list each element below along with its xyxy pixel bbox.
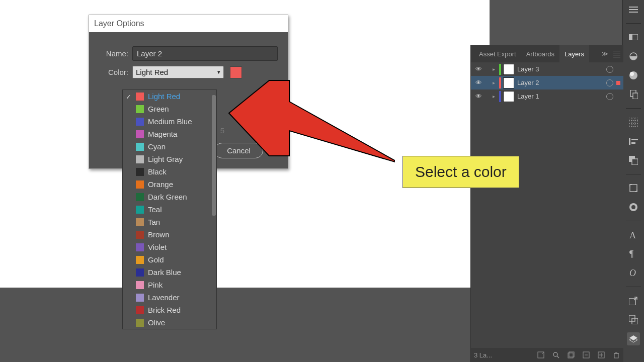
svg-text:A: A <box>629 230 636 239</box>
collapse-icon[interactable]: ≫ <box>602 50 608 57</box>
color-swatch-icon <box>136 294 144 302</box>
svg-rect-15 <box>629 138 630 145</box>
panel-menu-icon[interactable] <box>613 49 620 59</box>
svg-rect-41 <box>614 353 618 358</box>
color-swatch-icon <box>136 268 144 277</box>
name-input[interactable] <box>132 46 278 61</box>
dropdown-scrollbar[interactable] <box>211 90 216 329</box>
tab-asset-export[interactable]: Asset Export <box>474 45 521 62</box>
expand-icon[interactable]: ▸ <box>490 80 497 85</box>
color-option-medium-blue[interactable]: Medium Blue <box>123 115 216 128</box>
target-icon[interactable] <box>606 93 613 100</box>
color-swatch-icon <box>136 105 144 113</box>
color-swatch-icon <box>136 93 144 101</box>
color-option-dark-blue[interactable]: Dark Blue <box>123 266 216 279</box>
expand-icon[interactable]: ▸ <box>490 66 497 72</box>
layer-row[interactable]: 👁▸Layer 1 <box>471 89 623 103</box>
menu-icon[interactable] <box>627 3 640 16</box>
visibility-icon[interactable]: 👁 <box>474 79 483 86</box>
color-swatch-icon <box>136 206 144 214</box>
color-swatch-icon <box>136 243 144 251</box>
visibility-icon[interactable]: 👁 <box>474 93 483 100</box>
pathfinder-icon[interactable] <box>627 154 640 167</box>
layer-row[interactable]: 👁▸Layer 3 <box>471 62 623 76</box>
character-icon[interactable]: A <box>627 228 640 241</box>
color-swatch-icon <box>136 281 144 289</box>
properties-icon[interactable] <box>627 31 640 44</box>
visibility-icon[interactable]: 👁 <box>474 65 483 73</box>
artboards-icon[interactable] <box>627 88 640 101</box>
color-swatch-icon <box>136 180 144 189</box>
selection-indicator <box>616 81 620 85</box>
color-option-label: Violet <box>148 243 167 251</box>
layer-thumbnail <box>503 77 514 88</box>
color-option-teal[interactable]: Teal <box>123 203 216 216</box>
color-swatch-icon <box>136 143 144 151</box>
gradient-icon[interactable] <box>627 69 640 82</box>
color-option-brown[interactable]: Brown <box>123 228 216 241</box>
target-icon[interactable] <box>606 66 613 73</box>
layer-thumbnail <box>503 91 514 102</box>
color-option-orange[interactable]: Orange <box>123 178 216 191</box>
color-option-tan[interactable]: Tan <box>123 216 216 228</box>
tab-artboards[interactable]: Artboards <box>521 45 559 62</box>
layer-list: 👁▸Layer 3👁▸Layer 2👁▸Layer 1 <box>471 62 623 103</box>
color-swatch-icon <box>136 168 144 176</box>
shape-icon[interactable] <box>627 201 640 214</box>
color-select-value: Light Red <box>136 68 168 76</box>
selection-indicator <box>616 67 620 71</box>
color-option-violet[interactable]: Violet <box>123 241 216 253</box>
layers-icon[interactable] <box>627 332 640 345</box>
svg-rect-20 <box>630 185 637 192</box>
color-option-label: Cyan <box>148 142 166 151</box>
layer-name[interactable]: Layer 3 <box>517 65 603 73</box>
color-option-light-red[interactable]: ✓Light Red <box>123 90 216 103</box>
paragraph-icon[interactable]: ¶ <box>627 247 640 260</box>
layer-row[interactable]: 👁▸Layer 2 <box>471 76 623 89</box>
color-option-pink[interactable]: Pink <box>123 279 216 291</box>
transform-icon[interactable] <box>627 182 640 195</box>
asset-icon[interactable] <box>627 313 640 326</box>
layer-name[interactable]: Layer 1 <box>517 93 603 100</box>
search-icon[interactable] <box>552 351 560 359</box>
color-swatch-icon <box>136 118 144 126</box>
layer-name[interactable]: Layer 2 <box>517 79 603 86</box>
trash-icon[interactable] <box>612 351 620 359</box>
clip-icon[interactable] <box>567 351 575 359</box>
cancel-button[interactable]: Cancel <box>214 143 263 158</box>
color-option-green[interactable]: Green <box>123 103 216 115</box>
tab-layers[interactable]: Layers <box>559 45 589 62</box>
svg-rect-9 <box>633 93 638 99</box>
align-icon[interactable] <box>627 135 640 148</box>
color-option-gold[interactable]: Gold <box>123 253 216 266</box>
expand-icon[interactable]: ▸ <box>490 94 497 99</box>
grid-icon[interactable] <box>627 116 640 129</box>
color-option-brick-red[interactable]: Brick Red <box>123 304 216 316</box>
color-dropdown[interactable]: ✓Light RedGreenMedium BlueMagentaCyanLig… <box>122 89 217 329</box>
color-option-black[interactable]: Black <box>123 165 216 178</box>
color-option-cyan[interactable]: Cyan <box>123 140 216 153</box>
color-option-olive[interactable]: Olive <box>123 316 216 329</box>
new-layer-icon[interactable] <box>597 351 605 359</box>
locate-icon[interactable] <box>537 351 545 359</box>
new-sublayer-icon[interactable] <box>582 351 590 359</box>
target-icon[interactable] <box>606 79 613 86</box>
color-option-light-gray[interactable]: Light Gray <box>123 153 216 165</box>
color-option-label: Pink <box>148 281 163 289</box>
color-swatch[interactable] <box>230 66 242 78</box>
glyphs-icon[interactable]: O <box>627 266 640 280</box>
color-option-lavender[interactable]: Lavender <box>123 291 216 304</box>
panel-gap <box>490 0 623 45</box>
color-select[interactable]: Light Red ▾ <box>132 66 224 78</box>
svg-rect-4 <box>629 34 632 40</box>
export-icon[interactable] <box>627 294 640 307</box>
color-option-label: Light Gray <box>148 155 183 163</box>
svg-rect-17 <box>631 142 635 144</box>
color-option-magenta[interactable]: Magenta <box>123 128 216 140</box>
color-option-label: Light Red <box>148 92 180 101</box>
color-option-label: Lavender <box>148 293 180 302</box>
color-option-dark-green[interactable]: Dark Green <box>123 191 216 203</box>
appearance-icon[interactable] <box>627 50 640 63</box>
svg-rect-10 <box>629 118 638 127</box>
color-option-label: Magenta <box>148 130 177 138</box>
